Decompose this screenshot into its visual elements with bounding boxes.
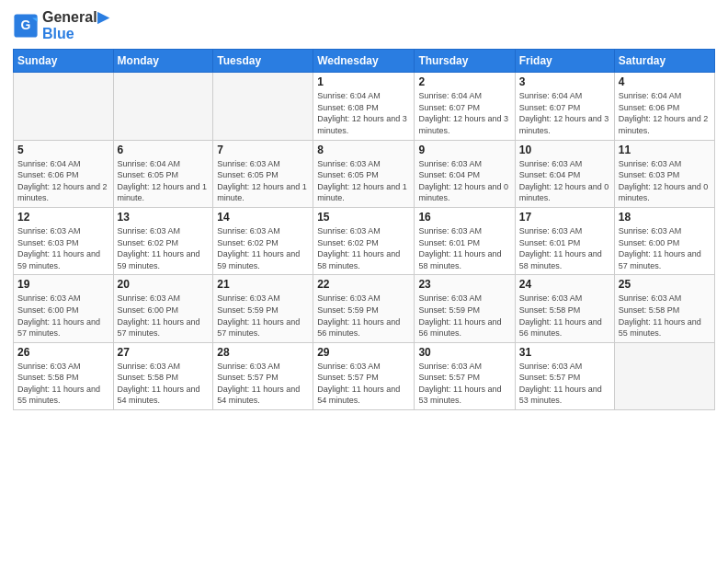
- day-number: 12: [17, 211, 109, 224]
- day-info: Sunrise: 6:03 AMSunset: 5:59 PMDaylight:…: [217, 293, 309, 339]
- day-number: 17: [519, 211, 610, 224]
- calendar-cell: 9Sunrise: 6:03 AMSunset: 6:04 PMDaylight…: [415, 140, 515, 207]
- calendar-cell: [14, 73, 114, 140]
- day-info: Sunrise: 6:04 AMSunset: 6:07 PMDaylight:…: [418, 90, 510, 136]
- day-info: Sunrise: 6:03 AMSunset: 6:03 PMDaylight:…: [17, 225, 109, 271]
- day-info: Sunrise: 6:03 AMSunset: 6:01 PMDaylight:…: [519, 225, 610, 271]
- day-info: Sunrise: 6:04 AMSunset: 6:05 PMDaylight:…: [118, 158, 210, 204]
- day-info: Sunrise: 6:04 AMSunset: 6:06 PMDaylight:…: [619, 90, 711, 136]
- calendar-cell: 18Sunrise: 6:03 AMSunset: 6:00 PMDayligh…: [614, 207, 714, 274]
- day-info: Sunrise: 6:03 AMSunset: 6:02 PMDaylight:…: [317, 225, 410, 271]
- calendar-cell: [614, 342, 714, 409]
- day-number: 22: [317, 278, 410, 291]
- day-number: 24: [519, 278, 610, 291]
- calendar-cell: 24Sunrise: 6:03 AMSunset: 5:58 PMDayligh…: [515, 275, 614, 342]
- day-info: Sunrise: 6:03 AMSunset: 6:00 PMDaylight:…: [118, 293, 210, 339]
- calendar-cell: 7Sunrise: 6:03 AMSunset: 6:05 PMDaylight…: [213, 140, 313, 207]
- day-info: Sunrise: 6:03 AMSunset: 6:00 PMDaylight:…: [619, 225, 711, 271]
- calendar-cell: 27Sunrise: 6:03 AMSunset: 5:58 PMDayligh…: [113, 342, 213, 409]
- week-row-1: 1Sunrise: 6:04 AMSunset: 6:08 PMDaylight…: [14, 73, 715, 140]
- day-number: 6: [118, 144, 210, 156]
- calendar-page: G General▶ Blue SundayMondayTuesdayWedne…: [0, 0, 728, 563]
- day-number: 13: [118, 211, 210, 224]
- day-number: 7: [217, 144, 309, 156]
- calendar-cell: 5Sunrise: 6:04 AMSunset: 6:06 PMDaylight…: [14, 140, 114, 207]
- day-number: 29: [317, 346, 410, 359]
- calendar-cell: 13Sunrise: 6:03 AMSunset: 6:02 PMDayligh…: [113, 207, 213, 274]
- day-number: 26: [17, 346, 109, 359]
- day-number: 23: [418, 278, 510, 291]
- day-number: 30: [418, 346, 510, 359]
- day-info: Sunrise: 6:04 AMSunset: 6:06 PMDaylight:…: [17, 158, 109, 204]
- weekday-header-sunday: Sunday: [14, 50, 114, 73]
- day-number: 4: [619, 75, 711, 88]
- calendar-cell: 28Sunrise: 6:03 AMSunset: 5:57 PMDayligh…: [213, 342, 313, 409]
- logo-icon: G: [13, 13, 39, 39]
- calendar-cell: 22Sunrise: 6:03 AMSunset: 5:59 PMDayligh…: [313, 275, 415, 342]
- day-number: 31: [519, 346, 610, 359]
- week-row-4: 19Sunrise: 6:03 AMSunset: 6:00 PMDayligh…: [14, 275, 715, 342]
- day-number: 3: [519, 75, 610, 88]
- svg-text:G: G: [21, 17, 31, 32]
- logo-text: General▶ Blue: [42, 9, 108, 41]
- calendar-cell: 4Sunrise: 6:04 AMSunset: 6:06 PMDaylight…: [614, 73, 714, 140]
- day-number: 27: [118, 346, 210, 359]
- day-number: 11: [619, 144, 711, 156]
- calendar-cell: 1Sunrise: 6:04 AMSunset: 6:08 PMDaylight…: [313, 73, 415, 140]
- calendar-cell: 15Sunrise: 6:03 AMSunset: 6:02 PMDayligh…: [313, 207, 415, 274]
- day-info: Sunrise: 6:03 AMSunset: 5:59 PMDaylight:…: [317, 293, 410, 339]
- calendar-cell: 10Sunrise: 6:03 AMSunset: 6:04 PMDayligh…: [515, 140, 614, 207]
- logo: G General▶ Blue: [13, 9, 108, 41]
- calendar-cell: 21Sunrise: 6:03 AMSunset: 5:59 PMDayligh…: [213, 275, 313, 342]
- day-number: 25: [619, 278, 711, 291]
- day-number: 10: [519, 144, 610, 156]
- calendar-cell: [113, 73, 213, 140]
- calendar-cell: 11Sunrise: 6:03 AMSunset: 6:03 PMDayligh…: [614, 140, 714, 207]
- calendar-cell: 29Sunrise: 6:03 AMSunset: 5:57 PMDayligh…: [313, 342, 415, 409]
- day-info: Sunrise: 6:03 AMSunset: 6:02 PMDaylight:…: [118, 225, 210, 271]
- day-number: 16: [418, 211, 510, 224]
- day-number: 20: [118, 278, 210, 291]
- day-info: Sunrise: 6:03 AMSunset: 6:05 PMDaylight:…: [217, 158, 309, 204]
- day-info: Sunrise: 6:03 AMSunset: 5:58 PMDaylight:…: [17, 361, 109, 407]
- day-number: 18: [619, 211, 711, 224]
- calendar-cell: 14Sunrise: 6:03 AMSunset: 6:02 PMDayligh…: [213, 207, 313, 274]
- week-row-5: 26Sunrise: 6:03 AMSunset: 5:58 PMDayligh…: [14, 342, 715, 409]
- weekday-header-tuesday: Tuesday: [213, 50, 313, 73]
- day-info: Sunrise: 6:03 AMSunset: 5:57 PMDaylight:…: [217, 361, 309, 407]
- weekday-header-thursday: Thursday: [415, 50, 515, 73]
- day-number: 8: [317, 144, 410, 156]
- day-number: 15: [317, 211, 410, 224]
- calendar-table: SundayMondayTuesdayWednesdayThursdayFrid…: [13, 49, 715, 410]
- week-row-3: 12Sunrise: 6:03 AMSunset: 6:03 PMDayligh…: [14, 207, 715, 274]
- calendar-cell: 20Sunrise: 6:03 AMSunset: 6:00 PMDayligh…: [113, 275, 213, 342]
- day-info: Sunrise: 6:03 AMSunset: 6:01 PMDaylight:…: [418, 225, 510, 271]
- calendar-cell: 17Sunrise: 6:03 AMSunset: 6:01 PMDayligh…: [515, 207, 614, 274]
- calendar-cell: 6Sunrise: 6:04 AMSunset: 6:05 PMDaylight…: [113, 140, 213, 207]
- day-info: Sunrise: 6:03 AMSunset: 5:58 PMDaylight:…: [519, 293, 610, 339]
- day-info: Sunrise: 6:04 AMSunset: 6:08 PMDaylight:…: [317, 90, 410, 136]
- calendar-cell: 30Sunrise: 6:03 AMSunset: 5:57 PMDayligh…: [415, 342, 515, 409]
- day-info: Sunrise: 6:03 AMSunset: 6:02 PMDaylight:…: [217, 225, 309, 271]
- day-info: Sunrise: 6:04 AMSunset: 6:07 PMDaylight:…: [519, 90, 610, 136]
- calendar-cell: 26Sunrise: 6:03 AMSunset: 5:58 PMDayligh…: [14, 342, 114, 409]
- day-info: Sunrise: 6:03 AMSunset: 6:04 PMDaylight:…: [418, 158, 510, 204]
- day-info: Sunrise: 6:03 AMSunset: 6:03 PMDaylight:…: [619, 158, 711, 204]
- day-number: 5: [17, 144, 109, 156]
- calendar-cell: 25Sunrise: 6:03 AMSunset: 5:58 PMDayligh…: [614, 275, 714, 342]
- day-number: 9: [418, 144, 510, 156]
- day-info: Sunrise: 6:03 AMSunset: 5:59 PMDaylight:…: [418, 293, 510, 339]
- calendar-cell: 19Sunrise: 6:03 AMSunset: 6:00 PMDayligh…: [14, 275, 114, 342]
- calendar-cell: 12Sunrise: 6:03 AMSunset: 6:03 PMDayligh…: [14, 207, 114, 274]
- calendar-cell: 16Sunrise: 6:03 AMSunset: 6:01 PMDayligh…: [415, 207, 515, 274]
- calendar-cell: 2Sunrise: 6:04 AMSunset: 6:07 PMDaylight…: [415, 73, 515, 140]
- weekday-header-wednesday: Wednesday: [313, 50, 415, 73]
- weekday-header-monday: Monday: [113, 50, 213, 73]
- day-info: Sunrise: 6:03 AMSunset: 6:04 PMDaylight:…: [519, 158, 610, 204]
- calendar-cell: 3Sunrise: 6:04 AMSunset: 6:07 PMDaylight…: [515, 73, 614, 140]
- day-info: Sunrise: 6:03 AMSunset: 5:58 PMDaylight:…: [118, 361, 210, 407]
- weekday-header-row: SundayMondayTuesdayWednesdayThursdayFrid…: [14, 50, 715, 73]
- day-number: 19: [17, 278, 109, 291]
- page-header: G General▶ Blue: [13, 9, 715, 41]
- weekday-header-friday: Friday: [515, 50, 614, 73]
